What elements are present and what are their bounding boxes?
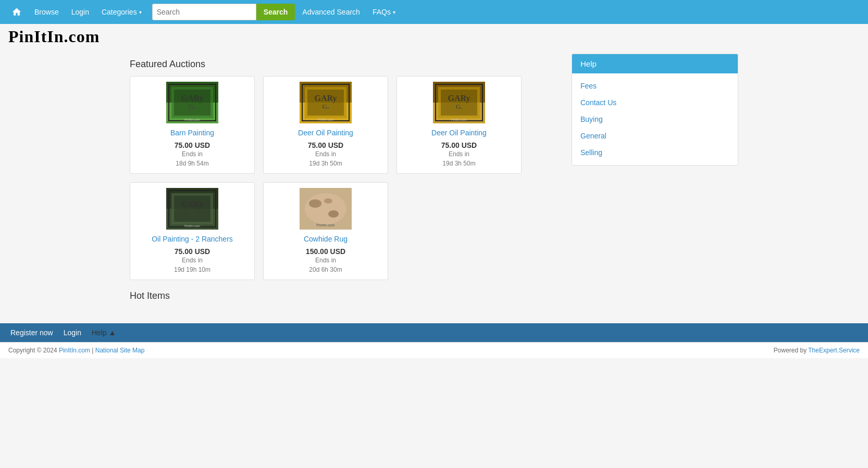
site-link[interactable]: PinItIn.com: [59, 347, 90, 354]
auction-ends: Ends in20d 6h 30m: [309, 256, 342, 274]
categories-dropdown-arrow: ▾: [139, 9, 142, 15]
theexpert-link[interactable]: TheExpert.Service: [808, 347, 860, 354]
svg-text:GARy: GARy: [181, 200, 204, 209]
search-button[interactable]: Search: [256, 4, 295, 20]
auction-image: GARy G. PinItIn.com: [433, 82, 485, 123]
login-footer-link[interactable]: Login: [64, 328, 81, 337]
svg-text:G.: G.: [322, 103, 329, 110]
sidebar: Help FeesContact UsBuyingGeneralSelling: [572, 54, 738, 308]
auction-card[interactable]: PinItIn.com Cowhide Rug 150.00 USD Ends …: [263, 182, 388, 280]
content-area: Featured Auctions GARy G. PinItIn.com Ba…: [130, 54, 561, 308]
help-box: Help FeesContact UsBuyingGeneralSelling: [572, 54, 738, 166]
logo-bar: PinItIn.com: [0, 24, 868, 48]
help-link[interactable]: Buying: [572, 111, 738, 128]
auction-ends: Ends in19d 19h 10m: [174, 256, 210, 274]
auction-price: 75.00 USD: [441, 141, 477, 149]
svg-point-40: [324, 198, 332, 204]
faqs-link[interactable]: FAQs ▾: [367, 5, 401, 19]
login-link[interactable]: Login: [66, 5, 94, 19]
help-footer-arrow: ▲: [109, 328, 116, 337]
footer-nav: Register now Login Help ▲: [0, 323, 868, 342]
auction-ends: Ends in19d 3h 50m: [442, 149, 475, 168]
svg-point-38: [309, 199, 321, 208]
svg-text:PinItIn.com: PinItIn.com: [184, 224, 200, 227]
svg-point-37: [305, 193, 346, 224]
svg-text:GARy: GARy: [448, 94, 470, 103]
sitemap-link[interactable]: National Site Map: [95, 347, 145, 354]
auction-price: 75.00 USD: [175, 141, 210, 149]
auction-card[interactable]: GARy G. PinItIn.com Deer Oil Painting 75…: [396, 76, 522, 174]
auction-ends: Ends in19d 3h 50m: [309, 149, 342, 168]
categories-link[interactable]: Categories ▾: [96, 5, 147, 19]
main-container: Featured Auctions GARy G. PinItIn.com Ba…: [121, 48, 747, 313]
auction-title[interactable]: Cowhide Rug: [304, 235, 348, 243]
help-footer-item[interactable]: Help ▲: [92, 328, 116, 337]
svg-text:G.: G.: [189, 103, 195, 110]
powered-by: Powered by TheExpert.Service: [774, 347, 860, 354]
hot-items-title: Hot Items: [130, 290, 561, 301]
auction-grid: GARy G. PinItIn.com Barn Painting 75.00 …: [130, 76, 561, 280]
browse-link[interactable]: Browse: [29, 5, 64, 19]
featured-auctions-title: Featured Auctions: [130, 59, 561, 70]
auction-image: GARy G. PinItIn.com: [166, 82, 218, 123]
help-link[interactable]: Contact Us: [572, 94, 738, 111]
svg-text:GARy: GARy: [315, 94, 337, 103]
auction-title[interactable]: Oil Painting - 2 Ranchers: [152, 235, 233, 243]
svg-text:G.: G.: [455, 103, 462, 110]
auction-card[interactable]: GARy G. PinItIn.com Oil Painting - 2 Ran…: [130, 182, 255, 280]
auction-title[interactable]: Barn Painting: [170, 129, 214, 137]
hot-items-section: Hot Items: [130, 290, 561, 301]
auction-price: 75.00 USD: [308, 141, 343, 149]
home-button[interactable]: [6, 4, 27, 20]
auction-card[interactable]: GARy G. PinItIn.com Barn Painting 75.00 …: [130, 76, 255, 174]
auction-price: 75.00 USD: [175, 247, 210, 256]
auction-title[interactable]: Deer Oil Painting: [298, 129, 353, 137]
copyright-bar: Copyright © 2024 PinItIn.com | National …: [0, 342, 868, 358]
help-link[interactable]: Fees: [572, 78, 738, 94]
auction-image: GARy G. PinItIn.com: [166, 188, 218, 230]
svg-text:G.: G.: [189, 209, 195, 217]
svg-text:PinItIn.com: PinItIn.com: [318, 118, 333, 121]
help-link[interactable]: Selling: [572, 144, 738, 161]
help-links: FeesContact UsBuyingGeneralSelling: [572, 73, 738, 165]
svg-text:PinItIn.com: PinItIn.com: [451, 118, 467, 121]
faqs-dropdown-arrow: ▾: [393, 9, 395, 15]
auction-card[interactable]: GARy G. PinItIn.com Deer Oil Painting 75…: [263, 76, 388, 174]
auction-image: GARy G. PinItIn.com: [300, 82, 352, 123]
search-input[interactable]: [152, 4, 256, 20]
auction-ends: Ends in18d 9h 54m: [176, 149, 208, 168]
help-header: Help: [572, 54, 738, 73]
auction-title[interactable]: Deer Oil Painting: [431, 129, 487, 137]
register-footer-link[interactable]: Register now: [10, 328, 53, 337]
copyright-text: Copyright © 2024 PinItIn.com | National …: [8, 347, 144, 354]
svg-text:PinItIn.com: PinItIn.com: [184, 118, 200, 121]
auction-price: 150.00 USD: [306, 247, 345, 256]
help-link[interactable]: General: [572, 128, 738, 144]
svg-text:GARy: GARy: [181, 94, 204, 103]
search-form: Search: [152, 4, 295, 20]
navbar: Browse Login Categories ▾ Search Advance…: [0, 0, 868, 24]
site-logo: PinItIn.com: [8, 27, 100, 46]
svg-point-39: [328, 210, 339, 218]
svg-text:PinItIn.com: PinItIn.com: [316, 223, 334, 227]
advanced-search-link[interactable]: Advanced Search: [297, 5, 365, 19]
auction-image: PinItIn.com: [300, 188, 352, 230]
